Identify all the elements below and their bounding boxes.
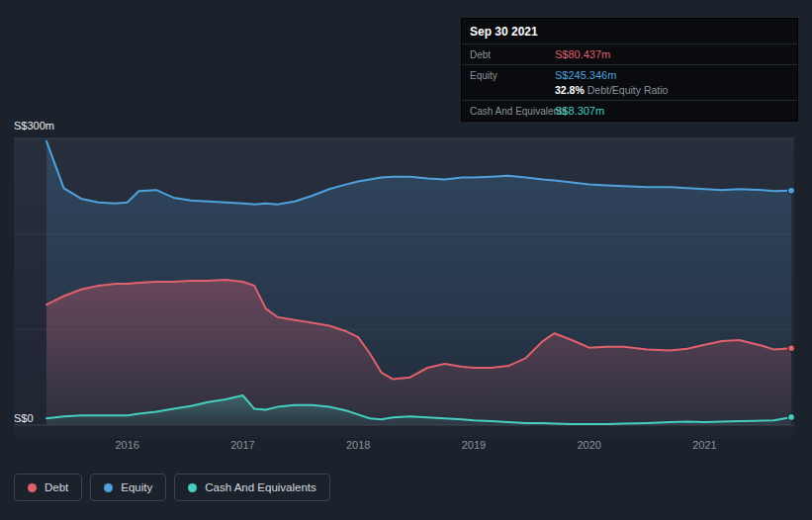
legend-item-debt[interactable]: Debt — [14, 474, 82, 501]
x-tick-2021: 2021 — [692, 439, 716, 451]
legend-label-equity: Equity — [121, 481, 152, 493]
legend-item-equity[interactable]: Equity — [90, 474, 166, 501]
debt-equity-chart-panel: S$300m 201620172018201920202021 S$0 Sep … — [0, 0, 812, 520]
ratio-caption: Debt/Equity Ratio — [587, 84, 669, 96]
cash-end-dot[interactable] — [788, 414, 795, 421]
tooltip-row-debt: Debt S$80.437m — [462, 43, 797, 64]
cash-series-dot-icon — [188, 483, 197, 492]
tooltip-equity-label: Equity — [470, 69, 555, 81]
tooltip-cash-label: Cash And Equivalents — [470, 105, 555, 117]
x-tick-2020: 2020 — [577, 439, 600, 451]
equity-series-dot-icon — [104, 483, 113, 492]
debt-series-dot-icon — [28, 483, 37, 492]
x-tick-2018: 2018 — [346, 439, 370, 451]
x-tick-2017: 2017 — [230, 439, 254, 451]
legend-item-cash[interactable]: Cash And Equivalents — [174, 474, 330, 501]
tooltip-debt-equity-ratio: 32.8% Debt/Equity Ratio — [555, 84, 789, 96]
chart-svg: 201620172018201920202021 — [14, 138, 794, 438]
tooltip-debt-label: Debt — [470, 48, 555, 60]
y-axis-label-max: S$300m — [14, 120, 54, 131]
legend-label-cash: Cash And Equivalents — [205, 481, 316, 493]
tooltip-date: Sep 30 2021 — [462, 19, 797, 43]
ratio-value: 32.8% — [555, 84, 585, 96]
debt-end-dot[interactable] — [788, 345, 795, 352]
y-axis-label-min: S$0 — [14, 412, 34, 424]
legend: Debt Equity Cash And Equivalents — [14, 474, 330, 501]
plot-area[interactable]: 201620172018201920202021 — [14, 138, 794, 438]
legend-label-debt: Debt — [45, 481, 68, 493]
chart-tooltip: Sep 30 2021 Debt S$80.437m Equity S$245.… — [461, 18, 798, 122]
equity-end-dot[interactable] — [788, 187, 795, 194]
tooltip-debt-value: S$80.437m — [555, 48, 789, 60]
tooltip-equity-value: S$245.346m — [555, 69, 616, 81]
x-tick-2016: 2016 — [115, 439, 138, 451]
x-tick-2019: 2019 — [462, 439, 486, 451]
tooltip-row-equity: Equity S$245.346m 32.8% Debt/Equity Rati… — [462, 64, 797, 100]
tooltip-row-cash: Cash And Equivalents S$8.307m — [462, 100, 797, 121]
tooltip-cash-value: S$8.307m — [555, 105, 789, 117]
